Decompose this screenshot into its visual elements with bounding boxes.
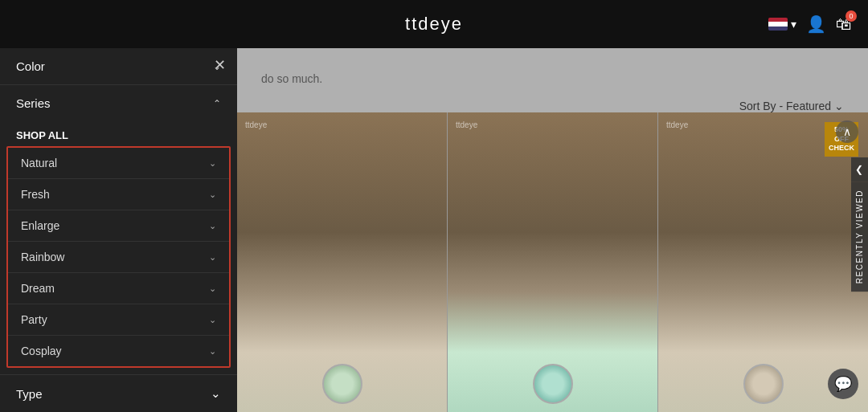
type-label: Type bbox=[16, 387, 43, 401]
series-dream-label: Dream bbox=[21, 282, 55, 295]
series-item-natural[interactable]: Natural ⌄ bbox=[8, 148, 229, 179]
sort-label: Sort By - Featured bbox=[739, 100, 831, 112]
series-party-label: Party bbox=[21, 313, 47, 326]
sort-by-dropdown[interactable]: Sort By - Featured ⌄ bbox=[739, 100, 844, 112]
scroll-up-button[interactable]: ∧ bbox=[836, 120, 858, 143]
series-item-cosplay[interactable]: Cosplay ⌄ bbox=[8, 336, 229, 366]
color-section: Color ⌄ bbox=[0, 48, 237, 85]
type-section[interactable]: Type ⌄ bbox=[0, 375, 237, 412]
series-item-fresh[interactable]: Fresh ⌄ bbox=[8, 179, 229, 210]
recently-viewed-arrow[interactable]: ❮ bbox=[851, 157, 868, 182]
sidebar: ✕ Color ⌄ Series ⌃ SHOP ALL Natural ⌄ Fr… bbox=[0, 48, 237, 412]
flag-icon bbox=[768, 18, 788, 31]
header-right: ▾ 👤 🛍 0 bbox=[768, 14, 852, 34]
color-swatch-2 bbox=[533, 364, 573, 404]
color-header[interactable]: Color ⌄ bbox=[0, 48, 237, 84]
color-swatch-3 bbox=[743, 364, 784, 404]
cosplay-chevron: ⌄ bbox=[209, 346, 216, 357]
series-section: Series ⌃ SHOP ALL Natural ⌄ Fresh ⌄ Enla… bbox=[0, 85, 237, 375]
series-header[interactable]: Series ⌃ bbox=[0, 85, 237, 121]
series-item-dream[interactable]: Dream ⌄ bbox=[8, 273, 229, 304]
flag-chevron: ▾ bbox=[791, 18, 796, 31]
close-icon[interactable]: ✕ bbox=[214, 56, 226, 74]
sort-chevron: ⌄ bbox=[834, 100, 844, 112]
series-label: Series bbox=[16, 96, 51, 110]
product-card-3[interactable]: ttdeye 50% OFF CHECK ∧ 💬 bbox=[657, 112, 868, 412]
language-selector[interactable]: ▾ bbox=[768, 18, 796, 31]
main-content: do so much. Sort By - Featured ⌄ ttdeye … bbox=[237, 48, 868, 412]
user-icon[interactable]: 👤 bbox=[806, 14, 826, 34]
header: ttdeye ▾ 👤 🛍 0 bbox=[0, 0, 868, 48]
recently-viewed-container: ❮ RECENTLY VIEWED bbox=[851, 157, 868, 292]
series-fresh-label: Fresh bbox=[21, 188, 50, 201]
watermark-3: ttdeye bbox=[666, 120, 688, 129]
watermark-1: ttdeye bbox=[245, 120, 267, 129]
series-item-party[interactable]: Party ⌄ bbox=[8, 304, 229, 336]
shop-all-link[interactable]: SHOP ALL bbox=[0, 121, 237, 146]
product-card-1[interactable]: ttdeye bbox=[237, 112, 447, 412]
enlarge-chevron: ⌄ bbox=[209, 221, 216, 231]
product-grid: ttdeye ttdeye ttdeye 50% OFF CHECK ∧ bbox=[237, 112, 868, 412]
series-chevron: ⌃ bbox=[213, 98, 221, 109]
body-row: ✕ Color ⌄ Series ⌃ SHOP ALL Natural ⌄ Fr… bbox=[0, 48, 868, 412]
series-submenu: Natural ⌄ Fresh ⌄ Enlarge ⌄ Rainbow ⌄ Dr… bbox=[6, 146, 231, 368]
cart-badge: 0 bbox=[845, 10, 857, 22]
chat-button[interactable]: 💬 bbox=[828, 369, 858, 399]
badge-line3: CHECK bbox=[829, 144, 854, 153]
natural-chevron: ⌄ bbox=[209, 158, 216, 169]
series-rainbow-label: Rainbow bbox=[21, 251, 64, 263]
party-chevron: ⌄ bbox=[209, 315, 216, 325]
site-logo[interactable]: ttdeye bbox=[405, 14, 463, 35]
color-swatch-1 bbox=[322, 364, 362, 404]
rainbow-chevron: ⌄ bbox=[209, 252, 216, 263]
series-item-rainbow[interactable]: Rainbow ⌄ bbox=[8, 242, 229, 273]
product-card-2[interactable]: ttdeye bbox=[447, 112, 657, 412]
type-chevron: ⌄ bbox=[211, 386, 221, 401]
watermark-2: ttdeye bbox=[456, 120, 477, 129]
color-label: Color bbox=[16, 59, 45, 73]
series-enlarge-label: Enlarge bbox=[21, 219, 59, 232]
series-item-enlarge[interactable]: Enlarge ⌄ bbox=[8, 210, 229, 242]
dream-chevron: ⌄ bbox=[209, 284, 216, 294]
fresh-chevron: ⌄ bbox=[209, 190, 216, 200]
hero-text: do so much. bbox=[237, 48, 868, 93]
recently-viewed-label[interactable]: RECENTLY VIEWED bbox=[851, 182, 868, 292]
series-natural-label: Natural bbox=[21, 157, 57, 169]
cart-icon[interactable]: 🛍 0 bbox=[836, 15, 852, 34]
series-cosplay-label: Cosplay bbox=[21, 345, 62, 357]
